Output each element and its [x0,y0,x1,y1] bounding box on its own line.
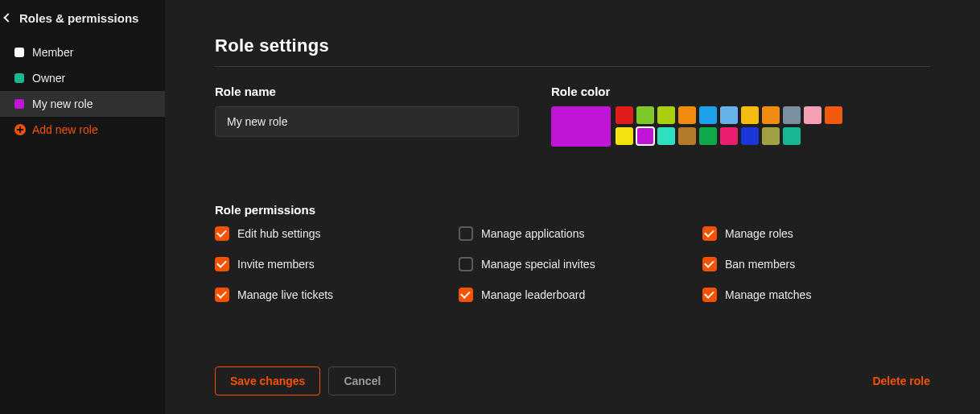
color-swatch[interactable] [636,106,654,124]
role-color-chip [14,73,24,83]
add-role-label: Add new role [32,123,98,136]
color-swatch[interactable] [678,127,696,145]
add-role-button[interactable]: Add new role [0,117,165,143]
color-swatch[interactable] [636,127,654,145]
color-swatch[interactable] [720,127,738,145]
role-name-group: Role name [215,85,519,147]
role-item-label: Owner [32,72,65,85]
roles-list: MemberOwnerMy new role [0,39,165,117]
permission-item[interactable]: Manage leaderboard [459,288,686,302]
color-swatch[interactable] [657,127,675,145]
permission-checkbox[interactable] [215,226,229,241]
save-label: Save changes [230,375,305,387]
color-swatch[interactable] [616,127,633,145]
permission-item[interactable]: Manage live tickets [215,288,443,302]
permission-item[interactable]: Manage matches [702,288,930,302]
color-swatch[interactable] [825,106,842,124]
role-name-label: Role name [215,85,519,98]
page-title: Role settings [215,35,930,67]
permission-checkbox[interactable] [459,226,473,241]
role-item-label: My new role [32,97,93,110]
cancel-label: Cancel [344,375,381,387]
color-area [551,106,842,147]
color-swatch[interactable] [783,106,801,124]
permission-item[interactable]: Edit hub settings [215,226,443,241]
settings-row: Role name Role color [215,85,930,147]
back-icon[interactable] [5,14,10,23]
color-swatch[interactable] [741,106,759,124]
permission-item[interactable]: Manage roles [702,226,930,241]
permission-label: Manage matches [725,288,811,301]
permissions-title: Role permissions [215,203,930,217]
permission-checkbox[interactable] [702,226,717,241]
color-swatch-grid [616,106,842,147]
permission-checkbox[interactable] [215,288,229,302]
permission-label: Manage roles [725,227,793,240]
role-item-label: Member [32,46,73,59]
role-color-group: Role color [551,85,842,147]
color-swatch[interactable] [678,106,696,124]
role-item[interactable]: Owner [0,65,165,91]
plus-circle-icon [14,124,26,135]
permission-label: Manage special invites [481,258,595,271]
color-swatch[interactable] [616,106,633,124]
role-color-chip [14,99,24,109]
sidebar-header[interactable]: Roles & permissions [0,0,165,33]
permission-label: Manage applications [481,227,584,240]
color-swatch[interactable] [741,127,759,145]
role-color-label: Role color [551,85,842,98]
permissions-section: Role permissions Edit hub settingsManage… [215,203,930,302]
role-name-input[interactable] [215,106,519,137]
permission-checkbox[interactable] [702,257,717,271]
role-color-chip [14,48,24,57]
sidebar-title: Roles & permissions [19,11,138,25]
permission-label: Manage leaderboard [481,288,585,301]
permission-item[interactable]: Manage applications [459,226,686,241]
permission-item[interactable]: Manage special invites [459,257,686,271]
sidebar: Roles & permissions MemberOwnerMy new ro… [0,0,165,414]
color-swatch[interactable] [762,106,780,124]
save-button[interactable]: Save changes [215,366,320,395]
permission-label: Ban members [725,258,795,271]
permission-label: Manage live tickets [237,288,333,301]
permission-checkbox[interactable] [459,257,473,271]
selected-color-swatch [551,106,611,147]
permission-item[interactable]: Invite members [215,257,443,271]
permission-item[interactable]: Ban members [702,257,930,271]
delete-role-link[interactable]: Delete role [872,375,930,387]
role-item[interactable]: Member [0,39,165,65]
permissions-grid: Edit hub settingsManage applicationsMana… [215,226,930,302]
cancel-button[interactable]: Cancel [328,366,396,395]
color-swatch[interactable] [699,127,717,145]
main-content: Role settings Role name Role color Role … [165,0,980,414]
permission-checkbox[interactable] [215,257,229,271]
permission-label: Edit hub settings [237,227,321,240]
color-swatch[interactable] [783,127,801,145]
permission-checkbox[interactable] [702,288,717,302]
color-swatch[interactable] [657,106,675,124]
role-item[interactable]: My new role [0,91,165,117]
permission-checkbox[interactable] [459,288,473,302]
permission-label: Invite members [237,258,315,271]
color-swatch[interactable] [762,127,780,145]
color-swatch[interactable] [720,106,738,124]
footer-actions: Save changes Cancel Delete role [215,366,930,395]
color-swatch[interactable] [699,106,717,124]
color-swatch[interactable] [804,106,821,124]
